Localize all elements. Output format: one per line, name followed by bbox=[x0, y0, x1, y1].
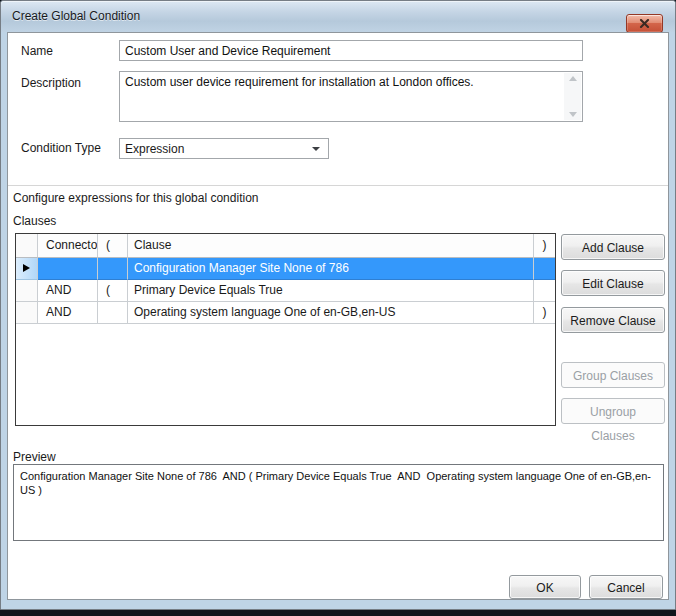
close-paren-cell bbox=[534, 280, 555, 302]
description-input[interactable]: Custom user device requirement for insta… bbox=[119, 71, 583, 122]
row-header-cell bbox=[16, 258, 38, 280]
edit-clause-button[interactable]: Edit Clause bbox=[561, 270, 665, 296]
clause-cell: Primary Device Equals True bbox=[128, 280, 534, 302]
scroll-up-icon[interactable] bbox=[569, 76, 577, 81]
condition-type-dropdown[interactable]: Expression bbox=[119, 138, 329, 159]
condition-type-label: Condition Type bbox=[21, 141, 101, 155]
connector-cell: AND bbox=[38, 280, 98, 302]
clauses-grid-header: Connector ( Clause ) bbox=[16, 234, 555, 258]
row-header-cell bbox=[16, 302, 38, 324]
add-clause-button[interactable]: Add Clause bbox=[561, 234, 665, 260]
selected-row-arrow-icon bbox=[23, 264, 30, 272]
condition-type-value: Expression bbox=[125, 142, 184, 156]
preview-label: Preview bbox=[13, 450, 56, 464]
description-scrollbar[interactable] bbox=[564, 73, 581, 120]
scroll-down-icon[interactable] bbox=[569, 112, 577, 117]
description-label: Description bbox=[21, 76, 81, 90]
clauses-grid: Connector ( Clause ) Configuration Manag… bbox=[15, 233, 556, 426]
configure-expressions-label: Configure expressions for this global co… bbox=[13, 191, 258, 205]
open-paren-column-header: ( bbox=[98, 234, 128, 258]
row-header-cell bbox=[16, 280, 38, 302]
name-label: Name bbox=[21, 44, 53, 58]
ungroup-clauses-button: Ungroup Clauses bbox=[561, 398, 665, 424]
clause-cell: Configuration Manager Site None of 786 bbox=[128, 258, 534, 280]
connector-column-header: Connector bbox=[38, 234, 98, 258]
dropdown-arrow-icon bbox=[312, 147, 320, 151]
name-input[interactable]: Custom User and Device Requirement bbox=[119, 40, 583, 61]
preview-text: Configuration Manager Site None of 786 A… bbox=[13, 464, 664, 541]
clauses-grid-body: Configuration Manager Site None of 786AN… bbox=[16, 258, 555, 324]
clause-row[interactable]: AND(Primary Device Equals True bbox=[16, 280, 555, 302]
open-paren-cell bbox=[98, 302, 128, 324]
section-separator bbox=[8, 185, 668, 186]
close-paren-cell: ) bbox=[534, 302, 555, 324]
clause-column-header: Clause bbox=[128, 234, 534, 258]
clauses-label: Clauses bbox=[13, 214, 56, 228]
connector-cell: AND bbox=[38, 302, 98, 324]
dialog-content: Name Custom User and Device Requirement … bbox=[7, 32, 669, 600]
remove-clause-button[interactable]: Remove Clause bbox=[561, 307, 665, 333]
close-button[interactable] bbox=[626, 14, 663, 33]
open-paren-cell bbox=[98, 258, 128, 280]
group-clauses-button: Group Clauses bbox=[561, 362, 665, 388]
close-icon bbox=[639, 19, 650, 28]
open-paren-cell: ( bbox=[98, 280, 128, 302]
titlebar[interactable]: Create Global Condition bbox=[1, 1, 675, 32]
window-title: Create Global Condition bbox=[12, 9, 140, 23]
clause-row[interactable]: ANDOperating system language One of en-G… bbox=[16, 302, 555, 324]
clause-cell: Operating system language One of en-GB,e… bbox=[128, 302, 534, 324]
clause-row[interactable]: Configuration Manager Site None of 786 bbox=[16, 258, 555, 280]
close-paren-column-header: ) bbox=[534, 234, 555, 258]
description-text: Custom user device requirement for insta… bbox=[125, 75, 474, 89]
corner-header-cell bbox=[16, 234, 38, 258]
cancel-button[interactable]: Cancel bbox=[589, 575, 663, 599]
connector-cell bbox=[38, 258, 98, 280]
create-global-condition-dialog: Create Global Condition Name Custom User… bbox=[0, 0, 676, 610]
close-paren-cell bbox=[534, 258, 555, 280]
ok-button[interactable]: OK bbox=[509, 575, 581, 599]
